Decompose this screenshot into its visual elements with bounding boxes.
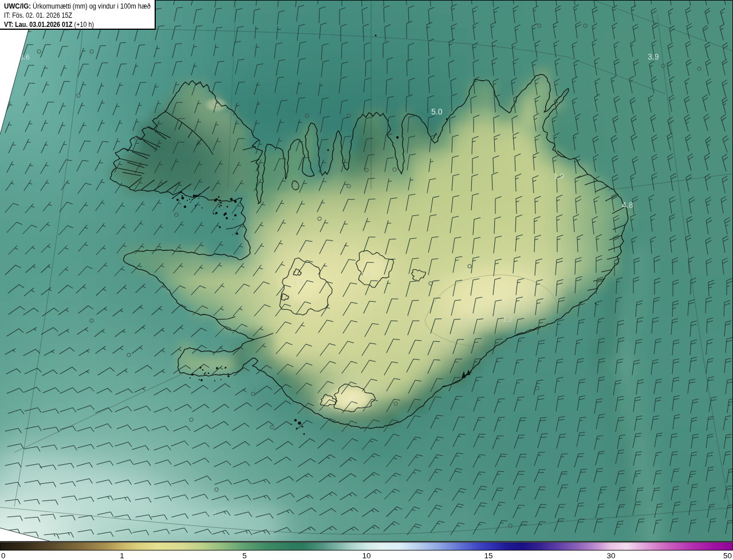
- svg-text:10.1: 10.1: [49, 506, 63, 514]
- svg-text:1.9: 1.9: [554, 172, 564, 180]
- svg-text:5.0: 5.0: [431, 107, 443, 116]
- svg-text:15: 15: [484, 551, 492, 560]
- svg-text:VT: Lau. 03.01.2026 01Z (+10 h: VT: Lau. 03.01.2026 01Z (+10 h): [4, 20, 94, 29]
- svg-text:IT: Fös. 02. 01. 2026 15Z: IT: Fös. 02. 01. 2026 15Z: [4, 11, 72, 19]
- svg-text:1.3: 1.3: [361, 270, 371, 279]
- svg-text:1.2: 1.2: [502, 315, 513, 324]
- svg-text:7.4: 7.4: [206, 508, 216, 516]
- svg-text:30: 30: [606, 551, 615, 560]
- svg-text:1.5: 1.5: [293, 278, 304, 286]
- svg-text:4.8: 4.8: [622, 200, 633, 210]
- svg-text:0: 0: [1, 551, 6, 560]
- svg-text:1: 1: [120, 551, 124, 560]
- svg-text:10: 10: [362, 551, 371, 560]
- svg-text:5: 5: [242, 551, 247, 560]
- svg-text:UWC/IG: Úrkomumætti (mm) og vi: UWC/IG: Úrkomumætti (mm) og vindur i 100…: [4, 2, 151, 10]
- svg-text:1.5: 1.5: [346, 395, 356, 404]
- svg-text:50: 50: [723, 551, 732, 560]
- svg-text:3.9: 3.9: [648, 52, 659, 61]
